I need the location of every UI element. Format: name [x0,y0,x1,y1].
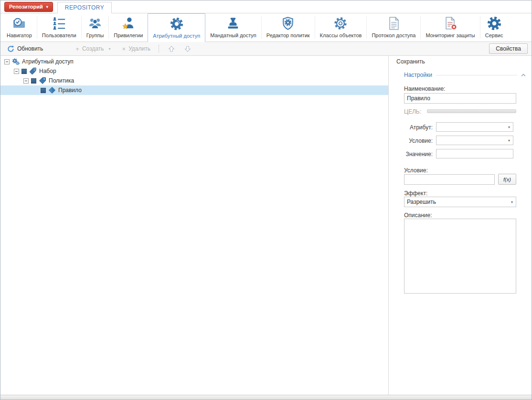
repository-menu-button[interactable]: Репозиторий ▾ [4,2,53,12]
move-up-button[interactable] [163,44,180,53]
groups-icon [87,16,103,31]
ribbon-item-label: Пользователи [42,32,76,38]
toolbar-separator [159,45,159,53]
access-log-icon [386,16,401,31]
value-label: Значение: [404,151,433,158]
tree-row-policy[interactable]: Политика [0,76,388,85]
ribbon-item-access-log[interactable]: Протокол доступа [367,13,420,42]
name-label: Наименование: [404,85,446,92]
ribbon-item-privileges[interactable]: Привилегии [109,13,148,42]
create-caret-down-icon[interactable]: ▾ [108,47,112,51]
target-label: ЦЕЛЬ: [404,108,421,115]
tree-node-label: Политика [49,77,74,84]
condition2-label: Условие: [404,167,428,174]
ribbon-item-label: Сервис [485,32,503,38]
effect-label: Эффект: [404,190,427,197]
ribbon-item-mandatory-access[interactable]: Мандатный доступ [205,13,261,42]
effect-combo-value: Разрешить [404,199,508,205]
ribbon-item-groups[interactable]: Группы [82,13,109,42]
tags-icon [29,67,37,75]
ribbon-item-navigator[interactable]: Навигатор [2,13,37,42]
properties-panel: Сохранить Настройки Наименование: ЦЕЛЬ: … [389,56,532,395]
checkbox[interactable] [31,78,36,84]
settings-section-title: Настройки [404,72,432,78]
condition-combo[interactable]: ▾ [436,136,513,145]
tab-repository[interactable]: REPOSITORY [57,2,112,14]
settings-section-header[interactable]: Настройки [404,71,526,79]
ribbon-item-label: Группы [86,32,104,38]
ribbon-item-label: Мониторинг защиты [426,32,475,38]
tree-row-attribute-access[interactable]: Атрибутный доступ [0,57,388,66]
caret-down-icon: ▾ [508,200,516,204]
ribbon-item-label: Классы объектов [320,32,362,38]
main-area: Атрибутный доступ Набор [0,56,532,395]
ribbon-item-object-classes[interactable]: Классы объектов [315,13,367,42]
rule-diamond-icon [48,86,56,94]
policy-editor-icon [280,16,296,31]
ribbon-item-label: Навигатор [7,32,32,38]
close-icon: × [122,46,126,52]
ribbon: Навигатор Пользователи [0,13,532,42]
navigator-icon [11,16,27,31]
collapse-expander-icon[interactable] [14,69,19,74]
properties-button[interactable]: Свойства [489,43,528,54]
ribbon-item-label: Протокол доступа [372,32,415,38]
tree-node-label: Набор [39,68,56,74]
name-input[interactable] [404,93,516,104]
caret-down-icon: ▾ [505,125,513,129]
description-textarea[interactable] [404,219,516,294]
section-divider-line [436,75,517,75]
attribute-access-icon [169,16,184,32]
arrow-down-icon [184,45,191,53]
checkbox[interactable] [41,88,46,93]
refresh-icon [7,45,14,53]
service-icon [487,16,502,31]
ribbon-item-label: Мандатный доступ [210,32,256,38]
tab-repository-label: REPOSITORY [65,4,104,11]
monitoring-icon [443,16,458,31]
tag-icon [39,77,46,84]
repository-menu-label: Репозиторий [9,4,43,10]
ribbon-item-service[interactable]: Сервис [480,13,508,42]
refresh-label: Обновить [17,45,43,52]
toolbar: Обновить + Создать ▾ × Удалить [0,42,532,56]
tree-node-label: Атрибутный доступ [22,58,74,65]
tree-node-label: Правило [58,87,82,94]
ribbon-item-monitoring[interactable]: Мониторинг защиты [421,13,479,42]
ribbon-item-label: Привилегии [114,32,143,38]
save-button[interactable]: Сохранить [396,58,425,65]
attribute-access-small-icon [12,58,20,65]
properties-label: Свойства [496,45,521,52]
condition-label: Условие: [404,137,433,144]
delete-button[interactable]: × Удалить [118,44,154,53]
chevron-up-icon[interactable] [521,74,526,77]
checkbox[interactable] [21,69,27,74]
attribute-label: Атрибут: [404,124,433,131]
tree-panel: Атрибутный доступ Набор [0,56,389,395]
ribbon-item-attribute-access[interactable]: Атрибутный доступ [148,13,205,42]
ribbon-item-policy-editor[interactable]: Редактор политик [262,13,315,42]
attribute-combo[interactable]: ▾ [436,122,513,132]
effect-combo[interactable]: Разрешить ▾ [404,197,516,207]
plus-icon: + [75,46,79,52]
ribbon-item-label: Редактор политик [266,32,310,38]
status-bar [0,395,532,400]
object-classes-icon [333,16,348,31]
fx-button[interactable]: f(x) [498,174,516,185]
value-input[interactable] [436,149,513,158]
titlebar: Репозиторий ▾ REPOSITORY [0,0,532,13]
tree-row-rule[interactable]: Правило [0,85,388,95]
target-collapsed-bar[interactable] [427,109,516,113]
ribbon-item-users[interactable]: Пользователи [37,13,81,42]
collapse-expander-icon[interactable] [4,59,10,64]
move-down-button[interactable] [180,44,196,53]
collapse-expander-icon[interactable] [23,78,29,84]
refresh-button[interactable]: Обновить [3,44,47,54]
tree-row-set[interactable]: Набор [0,66,388,76]
caret-down-icon: ▾ [46,5,48,9]
caret-down-icon: ▾ [505,138,513,143]
create-button[interactable]: + Создать [72,44,107,53]
privileges-icon [121,16,136,31]
mandatory-access-icon [225,16,241,31]
condition2-input[interactable] [404,174,495,185]
